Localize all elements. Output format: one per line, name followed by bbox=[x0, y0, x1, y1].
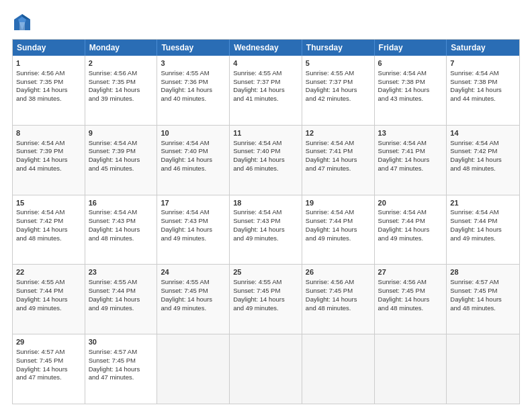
calendar-cell-empty bbox=[447, 334, 519, 404]
day-info: and 40 minutes. bbox=[161, 95, 226, 103]
day-info: Daylight: 14 hours bbox=[378, 86, 443, 95]
day-info: and 48 minutes. bbox=[378, 304, 443, 313]
day-info: Sunrise: 4:54 AM bbox=[378, 208, 443, 217]
day-info: Sunrise: 4:56 AM bbox=[89, 69, 154, 78]
day-number: 22 bbox=[16, 267, 81, 277]
day-info: Daylight: 14 hours bbox=[89, 156, 154, 165]
day-info: and 49 minutes. bbox=[378, 234, 443, 243]
day-number: 16 bbox=[89, 198, 154, 208]
day-info: Daylight: 14 hours bbox=[450, 226, 516, 234]
day-info: and 44 minutes. bbox=[450, 95, 516, 103]
day-info: Sunset: 7:44 PM bbox=[450, 217, 516, 226]
day-info: Daylight: 14 hours bbox=[233, 156, 298, 165]
day-number: 3 bbox=[161, 58, 226, 68]
day-info: Sunset: 7:45 PM bbox=[89, 357, 154, 365]
day-info: Sunset: 7:41 PM bbox=[306, 147, 371, 156]
calendar-cell-day-22: 22Sunrise: 4:55 AMSunset: 7:44 PMDayligh… bbox=[13, 265, 85, 334]
day-info: and 47 minutes. bbox=[378, 165, 443, 173]
calendar-cell-day-25: 25Sunrise: 4:55 AMSunset: 7:45 PMDayligh… bbox=[230, 265, 302, 334]
day-info: Sunset: 7:43 PM bbox=[161, 217, 226, 226]
calendar-cell-day-23: 23Sunrise: 4:55 AMSunset: 7:44 PMDayligh… bbox=[85, 265, 158, 334]
day-info: Daylight: 14 hours bbox=[306, 86, 371, 95]
day-info: and 46 minutes. bbox=[161, 165, 226, 173]
weekday-header: Friday bbox=[375, 40, 447, 56]
day-info: and 49 minutes. bbox=[306, 234, 371, 243]
day-info: Sunrise: 4:54 AM bbox=[450, 208, 516, 217]
calendar-cell-day-19: 19Sunrise: 4:54 AMSunset: 7:44 PMDayligh… bbox=[302, 195, 375, 265]
calendar-cell-day-6: 6Sunrise: 4:54 AMSunset: 7:38 PMDaylight… bbox=[375, 56, 447, 125]
day-info: and 49 minutes. bbox=[450, 234, 516, 243]
day-info: and 49 minutes. bbox=[161, 304, 226, 313]
day-info: Sunset: 7:35 PM bbox=[89, 78, 154, 87]
day-info: Sunset: 7:45 PM bbox=[16, 357, 81, 365]
day-number: 18 bbox=[233, 198, 298, 208]
page: SundayMondayTuesdayWednesdayThursdayFrid… bbox=[0, 0, 532, 411]
day-info: Daylight: 14 hours bbox=[16, 86, 81, 95]
day-info: Sunset: 7:39 PM bbox=[89, 147, 154, 156]
calendar-cell-day-29: 29Sunrise: 4:57 AMSunset: 7:45 PMDayligh… bbox=[13, 334, 85, 404]
calendar-cell-day-8: 8Sunrise: 4:54 AMSunset: 7:39 PMDaylight… bbox=[13, 126, 85, 195]
day-info: Sunrise: 4:55 AM bbox=[233, 278, 298, 287]
day-info: and 49 minutes. bbox=[16, 304, 81, 313]
calendar-cell-day-17: 17Sunrise: 4:54 AMSunset: 7:43 PMDayligh… bbox=[157, 195, 230, 265]
day-number: 10 bbox=[161, 128, 226, 138]
day-info: and 49 minutes. bbox=[233, 304, 298, 313]
day-info: Daylight: 14 hours bbox=[378, 226, 443, 234]
day-info: Sunrise: 4:54 AM bbox=[378, 69, 443, 78]
calendar-cell-day-12: 12Sunrise: 4:54 AMSunset: 7:41 PMDayligh… bbox=[302, 126, 375, 195]
calendar-row: 8Sunrise: 4:54 AMSunset: 7:39 PMDaylight… bbox=[13, 126, 519, 195]
day-number: 17 bbox=[161, 198, 226, 208]
calendar-cell-day-24: 24Sunrise: 4:55 AMSunset: 7:45 PMDayligh… bbox=[157, 265, 230, 334]
day-number: 24 bbox=[161, 267, 226, 277]
day-info: Sunrise: 4:54 AM bbox=[161, 139, 226, 148]
day-info: Sunset: 7:38 PM bbox=[450, 78, 516, 87]
day-info: Sunset: 7:42 PM bbox=[450, 147, 516, 156]
day-info: Daylight: 14 hours bbox=[161, 226, 226, 234]
calendar-row: 22Sunrise: 4:55 AMSunset: 7:44 PMDayligh… bbox=[13, 265, 519, 334]
calendar-cell-empty bbox=[157, 334, 230, 404]
day-info: Sunrise: 4:54 AM bbox=[16, 139, 81, 148]
calendar-cell-day-18: 18Sunrise: 4:54 AMSunset: 7:43 PMDayligh… bbox=[230, 195, 302, 265]
day-info: Daylight: 14 hours bbox=[450, 156, 516, 165]
day-number: 5 bbox=[306, 58, 371, 68]
day-info: Sunrise: 4:55 AM bbox=[161, 278, 226, 287]
day-info: Daylight: 14 hours bbox=[306, 226, 371, 234]
calendar-cell-day-3: 3Sunrise: 4:55 AMSunset: 7:36 PMDaylight… bbox=[157, 56, 230, 125]
day-info: Sunrise: 4:55 AM bbox=[306, 69, 371, 78]
day-info: Sunrise: 4:54 AM bbox=[89, 208, 154, 217]
day-info: Daylight: 14 hours bbox=[233, 226, 298, 234]
calendar-header: SundayMondayTuesdayWednesdayThursdayFrid… bbox=[13, 40, 519, 56]
day-info: Sunrise: 4:54 AM bbox=[450, 69, 516, 78]
day-number: 25 bbox=[233, 267, 298, 277]
day-number: 21 bbox=[450, 198, 516, 208]
day-info: Sunrise: 4:54 AM bbox=[306, 208, 371, 217]
day-info: and 49 minutes. bbox=[161, 234, 226, 243]
day-info: and 49 minutes. bbox=[89, 304, 154, 313]
day-info: and 43 minutes. bbox=[378, 95, 443, 103]
day-info: Sunset: 7:43 PM bbox=[233, 217, 298, 226]
calendar-row: 1Sunrise: 4:56 AMSunset: 7:35 PMDaylight… bbox=[13, 56, 519, 126]
day-info: Sunrise: 4:55 AM bbox=[233, 69, 298, 78]
day-info: and 44 minutes. bbox=[16, 165, 81, 173]
day-number: 2 bbox=[89, 58, 154, 68]
weekday-header: Tuesday bbox=[157, 40, 230, 56]
day-info: Sunrise: 4:57 AM bbox=[16, 348, 81, 357]
day-number: 14 bbox=[450, 128, 516, 138]
day-info: Sunrise: 4:54 AM bbox=[450, 139, 516, 148]
calendar-cell-day-28: 28Sunrise: 4:57 AMSunset: 7:45 PMDayligh… bbox=[447, 265, 519, 334]
day-info: Sunrise: 4:54 AM bbox=[233, 208, 298, 217]
day-info: Sunset: 7:41 PM bbox=[378, 147, 443, 156]
day-info: Sunset: 7:40 PM bbox=[161, 147, 226, 156]
day-info: Daylight: 14 hours bbox=[306, 156, 371, 165]
day-info: Sunset: 7:43 PM bbox=[89, 217, 154, 226]
weekday-header: Thursday bbox=[302, 40, 375, 56]
day-number: 30 bbox=[89, 337, 154, 347]
day-info: and 48 minutes. bbox=[450, 304, 516, 313]
calendar-cell-day-16: 16Sunrise: 4:54 AMSunset: 7:43 PMDayligh… bbox=[85, 195, 158, 265]
day-info: Sunset: 7:37 PM bbox=[306, 78, 371, 87]
day-info: Daylight: 14 hours bbox=[450, 86, 516, 95]
calendar-cell-empty bbox=[302, 334, 375, 404]
day-info: Daylight: 14 hours bbox=[450, 295, 516, 304]
day-info: and 39 minutes. bbox=[89, 95, 154, 103]
weekday-header: Saturday bbox=[447, 40, 519, 56]
